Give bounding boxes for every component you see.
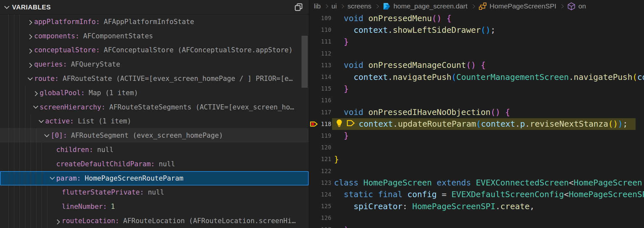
line-number[interactable]: 114 — [318, 74, 331, 80]
chevron-right-icon[interactable] — [25, 63, 34, 66]
code-line-119[interactable]: 119 } — [309, 130, 644, 142]
chevron-down-icon[interactable] — [25, 77, 34, 81]
variable-row-screenHierarchy[interactable]: screenHierarchy:AFRouteStateSegments (AC… — [0, 100, 309, 114]
variable-row-route[interactable]: route:AFRouteState (ACTIVE=[evex_screen_… — [0, 71, 309, 86]
code-line-117[interactable]: 117 void onPressedIHaveNoObjection() { — [309, 107, 644, 118]
variable-name: conceptualStore: — [34, 46, 100, 54]
variable-row-0[interactable]: [0]:AFRouteSegment (evex_screen_homePage… — [0, 128, 309, 143]
tree-indent-guide — [14, 143, 19, 157]
code-line-123[interactable]: 123class HomePageScreen extends EVEXConn… — [309, 177, 644, 189]
variable-row-conceptualStore[interactable]: conceptualStore:AFConceptualStore (AFCon… — [0, 43, 309, 57]
chevron-down-icon[interactable] — [47, 176, 56, 180]
line-number[interactable]: 118 — [318, 121, 331, 127]
chevron-right-icon[interactable] — [53, 219, 62, 223]
chevron-right-icon[interactable] — [31, 91, 40, 95]
variable-row-createDefaultChildParam[interactable]: createDefaultChildParam:null — [0, 157, 309, 171]
line-number[interactable]: 126 — [318, 215, 331, 221]
code-content: context.navigatePush(CounterManagementSc… — [334, 71, 644, 83]
code-line-121[interactable]: 121} — [309, 153, 644, 165]
code-token — [334, 190, 344, 199]
code-line-126[interactable]: 126 — [309, 212, 644, 224]
variable-row-components[interactable]: components:AFComponentStates — [0, 29, 309, 43]
code-content: } — [334, 153, 339, 165]
variable-row-active[interactable]: active:List (1 item) — [0, 114, 309, 129]
tree-indent-guide — [19, 43, 25, 57]
variable-row-flutterStatePrivate[interactable]: flutterStatePrivate:null — [0, 185, 309, 200]
code-line-114[interactable]: 114 context.navigatePush(CounterManageme… — [309, 71, 644, 83]
breadcrumb-item-screens[interactable]: screens — [347, 2, 371, 10]
chevron-right-icon[interactable] — [25, 48, 34, 52]
breadcrumb-item-on[interactable]: on — [567, 2, 586, 11]
code-line-122[interactable]: 122 — [309, 165, 644, 177]
code-line-113[interactable]: 113 void onPressedManageCount() { — [309, 59, 644, 71]
variable-row-queries[interactable]: queries:AFQueryState — [0, 57, 309, 71]
variable-value: HomePageScreenRouteParam — [85, 174, 183, 182]
tree-indent-guide — [19, 157, 25, 171]
lightbulb-icon[interactable] — [334, 118, 344, 130]
chevron-right-icon — [27, 34, 32, 40]
variable-row-lineNumber[interactable]: lineNumber:1 — [0, 199, 309, 214]
line-number[interactable]: 111 — [318, 38, 331, 45]
line-number[interactable]: 124 — [318, 191, 331, 198]
line-number[interactable]: 125 — [318, 203, 331, 209]
variable-row-param[interactable]: param:HomePageScreenRouteParam — [0, 171, 309, 185]
chevron-down-icon[interactable] — [36, 120, 45, 123]
line-number[interactable]: 112 — [318, 50, 331, 57]
line-number[interactable]: 122 — [318, 168, 331, 174]
code-token: } — [344, 37, 349, 46]
line-number[interactable]: 109 — [318, 15, 331, 21]
code-token: { — [446, 14, 451, 23]
line-number[interactable]: 123 — [318, 180, 331, 186]
chevron-right-icon[interactable] — [25, 20, 34, 23]
chevron-right-icon — [27, 63, 32, 68]
variables-panel-header[interactable]: VARIABLES — [0, 0, 309, 15]
breadcrumb-item-ui[interactable]: ui — [331, 2, 337, 10]
line-number[interactable]: 127 — [318, 226, 331, 228]
code-token — [358, 178, 363, 187]
code-token: void — [344, 14, 363, 23]
code-line-116[interactable]: 116 — [309, 95, 644, 106]
code-line-112[interactable]: 112 — [309, 48, 644, 59]
code-token — [334, 131, 344, 140]
chevron-right-icon[interactable] — [25, 34, 34, 38]
chevron-down-icon[interactable] — [31, 105, 40, 109]
line-number[interactable]: 120 — [318, 144, 331, 151]
tree-indent-guide — [31, 157, 36, 171]
tree-indent-guide — [31, 143, 36, 157]
chevron-down-icon[interactable] — [4, 4, 9, 9]
tree-indent-guide — [25, 114, 31, 129]
code-line-109[interactable]: 109 void onPressedMenu() { — [309, 12, 644, 24]
variable-row-appPlatformInfo[interactable]: appPlatformInfo:AFAppPlatformInfoState — [0, 15, 309, 29]
code-line-111[interactable]: 111 } — [309, 36, 644, 47]
line-number[interactable]: 119 — [318, 133, 331, 139]
line-number[interactable]: 113 — [318, 62, 331, 69]
line-number[interactable]: 110 — [318, 27, 331, 33]
line-number[interactable]: 116 — [318, 97, 331, 104]
breadcrumb-item-home_page_screen.dart[interactable]: home_page_screen.dart — [382, 2, 468, 11]
code-line-127[interactable]: 127 ) — [309, 224, 644, 228]
variable-row-routeLocation[interactable]: routeLocation:AFRouteLocation (AFRouteLo… — [0, 214, 309, 228]
breakpoint-stackframe-icon[interactable] — [309, 119, 318, 129]
code-line-125[interactable]: 125 spiCreator: HomePageScreenSPI.create… — [309, 200, 644, 212]
tree-indent-guide — [31, 171, 36, 185]
variables-scrollbar[interactable] — [302, 36, 308, 88]
code-line-118[interactable]: 118context.updateRouteParam(context.p.re… — [309, 118, 644, 130]
code-line-120[interactable]: 120 — [309, 142, 644, 153]
variable-row-children[interactable]: children:null — [0, 143, 309, 157]
tree-indent-guide — [36, 185, 42, 200]
code-token — [476, 60, 481, 70]
line-number[interactable]: 117 — [318, 109, 331, 116]
tree-indent-guide — [8, 15, 14, 29]
overlapping-panels-icon[interactable] — [293, 2, 304, 13]
code-line-110[interactable]: 110 context.showLeftSideDrawer(); — [309, 24, 644, 36]
line-number[interactable]: 115 — [318, 85, 331, 92]
code-line-115[interactable]: 115 } — [309, 83, 644, 95]
variable-row-globalPool[interactable]: globalPool:Map (1 item) — [0, 86, 309, 100]
breadcrumb-item-HomePageScreenSPI[interactable]: HomePageScreenSPI — [478, 2, 556, 11]
line-number[interactable]: 121 — [318, 156, 331, 162]
class-symbol-icon — [478, 2, 487, 11]
chevron-down-icon[interactable] — [42, 134, 51, 137]
code-token: final — [378, 190, 402, 199]
breadcrumb-item-lib[interactable]: lib — [314, 2, 321, 10]
code-line-124[interactable]: 124 static final config = EVEXDefaultScr… — [309, 189, 644, 200]
